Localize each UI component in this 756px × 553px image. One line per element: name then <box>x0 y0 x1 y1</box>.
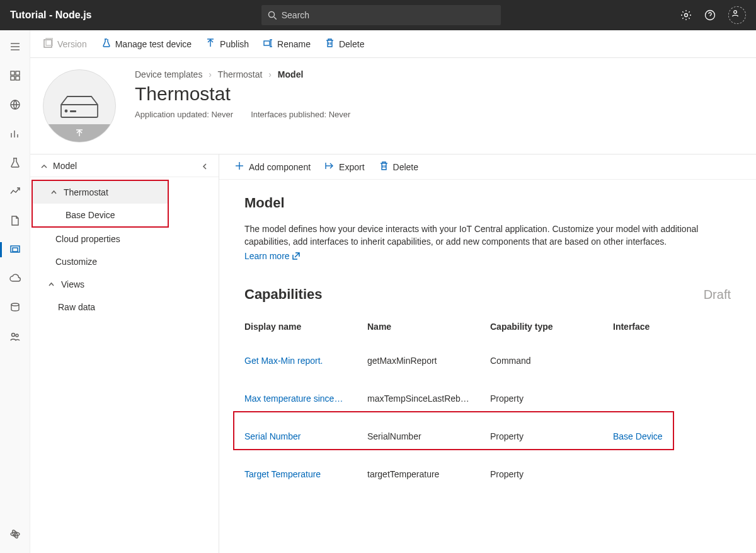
publish-button[interactable]: Publish <box>205 38 249 50</box>
cell-interface <box>613 393 707 404</box>
model-toolbar: Add component Export Delete <box>219 154 756 180</box>
model-description: The model defines how your device intera… <box>244 223 731 248</box>
delete-button[interactable]: Delete <box>324 38 364 50</box>
cell-interface <box>613 469 707 479</box>
search-placeholder: Search <box>282 10 309 20</box>
cell-type: Command <box>490 356 613 366</box>
nav-analytics-icon[interactable] <box>0 122 30 145</box>
chevron-right-icon: › <box>209 69 212 79</box>
svg-rect-10 <box>11 76 14 80</box>
nav-cloud-icon[interactable] <box>0 267 30 290</box>
app-title: Tutorial - Node.js <box>10 9 91 21</box>
model-body: Model The model defines how your device … <box>219 180 756 553</box>
model-panel: Add component Export Delete Model The mo… <box>219 154 756 553</box>
chevron-left-icon[interactable] <box>201 162 209 170</box>
chevron-up-icon <box>50 187 57 197</box>
top-icon-group <box>680 6 746 24</box>
upload-icon <box>43 124 115 142</box>
table-row[interactable]: Target Temperature targetTemperature Pro… <box>244 455 731 493</box>
cell-name: targetTemperature <box>367 469 490 479</box>
svg-point-35 <box>66 110 67 112</box>
external-link-icon <box>292 252 300 260</box>
svg-point-20 <box>16 334 18 337</box>
nav-storage-icon[interactable] <box>0 296 30 319</box>
nav-dashboard-icon[interactable] <box>0 64 30 87</box>
cell-type: Property <box>490 393 613 404</box>
cell-display[interactable]: Serial Number <box>244 431 367 441</box>
table-row[interactable]: Serial Number SerialNumber Property Base… <box>244 417 731 455</box>
command-bar: Version Manage test device Publish Renam… <box>30 30 756 58</box>
cell-display[interactable]: Target Temperature <box>244 469 367 479</box>
main-content: Version Manage test device Publish Renam… <box>30 30 756 553</box>
capabilities-header: Capabilities Draft <box>244 286 731 303</box>
tree-item-customize[interactable]: Customize <box>30 250 219 273</box>
nav-atom-icon[interactable] <box>0 523 30 545</box>
col-name: Name <box>367 322 490 332</box>
svg-rect-24 <box>44 40 52 47</box>
version-button[interactable]: Version <box>43 38 87 50</box>
svg-line-45 <box>295 253 299 257</box>
svg-line-1 <box>274 17 277 20</box>
table-row[interactable]: Max temperature since… maxTempSinceLastR… <box>244 380 731 417</box>
template-meta: Application updated: Never Interfaces pu… <box>135 110 741 119</box>
tree-item-raw-data[interactable]: Raw data <box>30 296 219 318</box>
svg-rect-8 <box>11 71 14 75</box>
main-layout: Version Manage test device Publish Renam… <box>0 30 756 553</box>
tree-item-views[interactable]: Views <box>30 273 219 296</box>
chevron-right-icon: › <box>268 69 272 79</box>
nav-beaker-icon[interactable] <box>0 151 30 174</box>
device-thumbnail[interactable] <box>43 69 116 143</box>
svg-rect-28 <box>264 41 270 45</box>
chevron-up-icon <box>48 279 55 289</box>
nav-hamburger[interactable] <box>0 35 30 58</box>
tree-item-cloud-properties[interactable]: Cloud properties <box>30 228 219 250</box>
add-component-button[interactable]: Add component <box>234 161 311 173</box>
table-row[interactable]: Get Max-Min report. getMaxMinReport Comm… <box>244 342 731 380</box>
tree-item-base-device[interactable]: Base Device <box>33 204 168 226</box>
svg-point-21 <box>14 533 16 535</box>
model-delete-button[interactable]: Delete <box>379 161 418 173</box>
svg-point-23 <box>11 529 18 538</box>
tree-item-thermostat[interactable]: Thermostat <box>33 181 168 204</box>
cell-interface[interactable]: Base Device <box>613 431 707 441</box>
settings-icon[interactable] <box>680 9 692 21</box>
user-avatar[interactable] <box>728 6 746 24</box>
nav-globe-icon[interactable] <box>0 93 30 116</box>
col-interface: Interface <box>613 322 707 332</box>
export-button[interactable]: Export <box>324 161 364 173</box>
nav-chart-icon[interactable] <box>0 180 30 203</box>
page-title: Thermostat <box>135 83 741 105</box>
svg-rect-36 <box>70 110 76 112</box>
search-input[interactable]: Search <box>261 5 501 25</box>
rename-button[interactable]: Rename <box>263 38 311 50</box>
template-info: Device templates › Thermostat › Model Th… <box>135 69 741 119</box>
svg-point-4 <box>734 11 737 14</box>
cell-interface <box>613 356 707 366</box>
svg-rect-17 <box>13 248 18 252</box>
model-heading: Model <box>244 195 731 211</box>
nav-users-icon[interactable] <box>0 325 30 348</box>
manage-test-device-button[interactable]: Manage test device <box>101 38 192 50</box>
svg-rect-11 <box>16 76 20 80</box>
col-display-name: Display name <box>244 322 367 332</box>
top-header: Tutorial - Node.js Search <box>0 0 756 30</box>
search-icon <box>268 11 277 20</box>
cell-type: Property <box>490 431 613 441</box>
breadcrumb-current: Model <box>278 69 303 79</box>
cell-type: Property <box>490 469 613 479</box>
table-header: Display name Name Capability type Interf… <box>244 315 731 342</box>
learn-more-link[interactable]: Learn more <box>244 251 300 261</box>
cell-name: getMaxMinReport <box>367 356 490 366</box>
status-badge: Draft <box>704 288 731 302</box>
help-icon[interactable] <box>704 9 716 21</box>
nav-file-icon[interactable] <box>0 209 30 232</box>
breadcrumb-thermostat[interactable]: Thermostat <box>218 69 263 79</box>
cell-display[interactable]: Max temperature since… <box>244 393 367 404</box>
svg-rect-9 <box>16 71 20 75</box>
breadcrumb-device-templates[interactable]: Device templates <box>135 69 202 79</box>
svg-point-2 <box>684 14 687 17</box>
cell-display[interactable]: Get Max-Min report. <box>244 356 367 366</box>
device-icon <box>60 93 99 119</box>
nav-templates-icon[interactable] <box>0 238 30 261</box>
tree-root[interactable]: Model <box>30 154 219 177</box>
